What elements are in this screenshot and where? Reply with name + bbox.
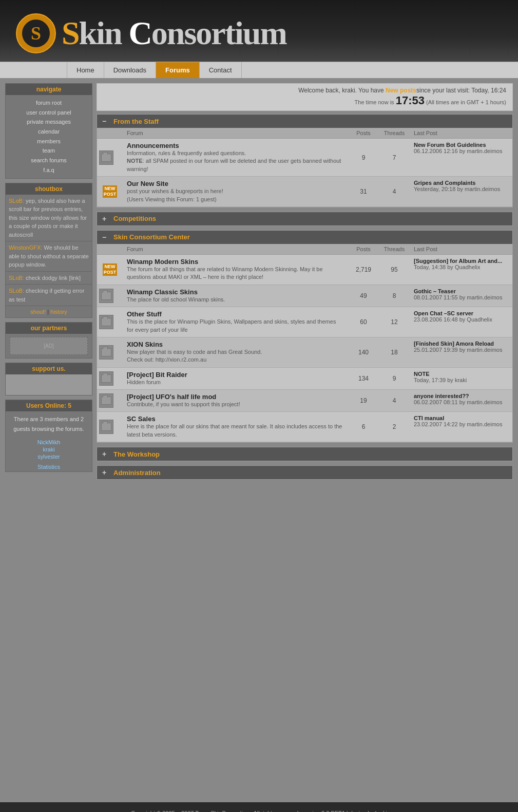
nav-downloads[interactable]: Downloads bbox=[104, 62, 156, 78]
forum-info-bitraider: [Project] Bit Raider Hidden forum bbox=[123, 367, 348, 389]
lastpost-info-wms: Today, 14:38 by Quadhelix bbox=[414, 264, 480, 270]
forum-name-ufo[interactable]: [Project] UFO's half life mod bbox=[127, 393, 344, 401]
col-posts-scc: Posts bbox=[348, 244, 379, 255]
online-user-2[interactable]: kraki bbox=[6, 446, 92, 453]
forum-lastpost-ournewsite: Gripes and Complaints Yesterday, 20:18 b… bbox=[410, 177, 512, 207]
forum-posts-wcs: 49 bbox=[348, 285, 379, 307]
shout-link[interactable]: shout! bbox=[30, 309, 46, 315]
forum-threads-ufo: 4 bbox=[379, 390, 410, 412]
forum-name-scsales[interactable]: SC Sales bbox=[127, 415, 344, 423]
nav-private-messages[interactable]: private messages bbox=[10, 117, 88, 127]
nav-contact[interactable]: Contact bbox=[200, 62, 242, 78]
nav-faq[interactable]: f.a.q bbox=[10, 165, 88, 175]
section-header-competitions[interactable]: + Competitions bbox=[97, 212, 512, 225]
table-row: [Project] UFO's half life mod Contribute… bbox=[97, 390, 512, 412]
new-post-badge: NEWPOST bbox=[103, 185, 118, 198]
toggle-from-the-staff: − bbox=[102, 117, 109, 125]
forum-desc-ufo: Contribute, if you want to support this … bbox=[127, 401, 240, 407]
lastpost-title-announcements[interactable]: New Forum Bot Guidelines bbox=[414, 142, 486, 148]
forum-desc-bitraider: Hidden forum bbox=[127, 379, 161, 385]
forum-name-otherstuff[interactable]: Other Stuff bbox=[127, 310, 344, 318]
forum-desc-scsales: Here is the place for all our skins that… bbox=[127, 423, 342, 437]
nav-forums[interactable]: Forums bbox=[156, 62, 200, 78]
lastpost-title-ufo[interactable]: anyone interested?? bbox=[414, 393, 469, 399]
forum-lastpost-otherstuff: Open Chat –SC server 23.08.2006 16:48 by… bbox=[410, 307, 512, 337]
forum-posts-ournewsite: 31 bbox=[348, 177, 379, 207]
lastpost-title-otherstuff[interactable]: Open Chat –SC server bbox=[414, 310, 473, 316]
table-row: NEWPOST Winamp Modern Skins The forum fo… bbox=[97, 254, 512, 285]
nav-team[interactable]: team bbox=[10, 146, 88, 156]
forum-lastpost-ufo: anyone interested?? 06.02.2007 08:11 by … bbox=[410, 390, 512, 412]
nav-members[interactable]: members bbox=[10, 137, 88, 146]
statistics-link[interactable]: Statistics bbox=[6, 462, 92, 471]
forum-desc-announcements: Information, rules & frequently asked qu… bbox=[127, 150, 341, 172]
forum-desc-wcs: The place for old school Winamp skins. bbox=[127, 296, 225, 303]
nav-user-control[interactable]: user control panel bbox=[10, 108, 88, 118]
toggle-workshop: + bbox=[102, 450, 109, 458]
big-time: 17:53 bbox=[396, 94, 425, 107]
logo-text: Skin Consortium bbox=[62, 17, 286, 50]
lastpost-info-wcs: 08.01.2007 11:55 by martin.deimos bbox=[414, 294, 502, 300]
section-header-administration[interactable]: + Administration bbox=[97, 466, 512, 479]
col-lastpost-scc: Last Post bbox=[410, 244, 512, 255]
table-row: XION Skins New player that is easy to co… bbox=[97, 337, 512, 367]
section-skin-consortium-center: − Skin Consortium Center Forum Posts Thr… bbox=[97, 230, 513, 443]
logo: S Skin Consortium bbox=[15, 13, 286, 54]
sidebar-users-online: Users Online: 5 There are 3 members and … bbox=[5, 400, 92, 472]
partners-title: our partners bbox=[6, 323, 92, 334]
forum-name-bitraider[interactable]: [Project] Bit Raider bbox=[127, 371, 344, 379]
forum-lastpost-bitraider: NOTE Today, 17:39 by kraki bbox=[410, 367, 512, 389]
time-prefix: The time now is bbox=[355, 99, 396, 105]
navigate-links: forum root user control panel private me… bbox=[6, 95, 92, 178]
lastpost-title-bitraider[interactable]: NOTE bbox=[414, 371, 430, 377]
main-content: navigate forum root user control panel p… bbox=[0, 78, 518, 797]
forum-info-scsales: SC Sales Here is the place for all our s… bbox=[123, 412, 348, 442]
logo-icon: S bbox=[15, 13, 56, 54]
support-content bbox=[6, 374, 92, 395]
welcome-text: Welcome back, kraki. You have New postss… bbox=[103, 87, 506, 94]
sidebar-support-box: support us. bbox=[5, 363, 92, 395]
section-header-scc[interactable]: − Skin Consortium Center bbox=[97, 231, 512, 244]
forum-name-xion[interactable]: XION Skins bbox=[127, 341, 344, 348]
section-header-from-the-staff[interactable]: − From the Staff bbox=[97, 115, 512, 128]
forum-name-wcs[interactable]: Winamp Classic Skins bbox=[127, 288, 344, 296]
section-administration: + Administration bbox=[97, 465, 513, 480]
lastpost-title-xion[interactable]: [Finished Skin] Amora Reload bbox=[414, 341, 494, 347]
online-user-3[interactable]: sylvester bbox=[6, 453, 92, 460]
lastpost-title-wms[interactable]: [Suggestion] for Album Art and... bbox=[414, 258, 502, 264]
folder-icon bbox=[101, 154, 111, 162]
forum-table-scc: Forum Posts Threads Last Post NEWPOST bbox=[97, 244, 512, 442]
time-suffix: (All times are in GMT + 1 hours) bbox=[425, 99, 506, 105]
nav-home[interactable]: Home bbox=[67, 62, 104, 78]
forum-info-otherstuff: Other Stuff This is the place for Winamp… bbox=[123, 307, 348, 337]
forum-icon-wcs bbox=[99, 289, 113, 303]
lastpost-title-scsales[interactable]: CTI manual bbox=[414, 415, 444, 421]
lastpost-info-ournewsite: Yesterday, 20:18 by martin.deimos bbox=[414, 186, 500, 192]
nav-search-forums[interactable]: search forums bbox=[10, 156, 88, 165]
forum-icon-xion bbox=[99, 345, 113, 360]
nav-calendar[interactable]: calendar bbox=[10, 127, 88, 137]
online-user-1[interactable]: NickMikh bbox=[6, 439, 92, 446]
new-posts-label[interactable]: New posts bbox=[386, 87, 416, 94]
nav-bar: Home Downloads Forums Contact bbox=[0, 62, 518, 78]
forum-threads-ournewsite: 4 bbox=[379, 177, 410, 207]
section-title-from-the-staff: From the Staff bbox=[113, 118, 159, 125]
footer: Copyright © 2005 – 2007 Team SkinConsort… bbox=[0, 802, 518, 812]
forum-name-ournewsite[interactable]: Our New Site bbox=[127, 180, 344, 187]
folder-icon-ufo bbox=[101, 396, 111, 405]
section-header-workshop[interactable]: + The Workshop bbox=[97, 447, 512, 461]
forum-name-announcements[interactable]: Announcements bbox=[127, 142, 344, 149]
new-post-badge-wms: NEWPOST bbox=[103, 263, 118, 276]
history-link[interactable]: history bbox=[50, 309, 67, 315]
navigate-title: navigate bbox=[6, 84, 92, 95]
forum-info-announcements: Announcements Information, rules & frequ… bbox=[123, 139, 348, 177]
svg-text:S: S bbox=[31, 23, 41, 44]
nav-forum-root[interactable]: forum root bbox=[10, 98, 88, 108]
toggle-competitions: + bbox=[102, 215, 109, 223]
lastpost-title-ournewsite[interactable]: Gripes and Complaints bbox=[414, 180, 475, 186]
partners-content: [AD] bbox=[6, 334, 92, 358]
forum-info-wcs: Winamp Classic Skins The place for old s… bbox=[123, 285, 348, 307]
forum-name-wms[interactable]: Winamp Modern Skins bbox=[127, 258, 344, 266]
lastpost-title-wcs[interactable]: Gothic – Teaser bbox=[414, 288, 456, 294]
time-display: The time now is 17:53 (All times are in … bbox=[103, 94, 506, 107]
